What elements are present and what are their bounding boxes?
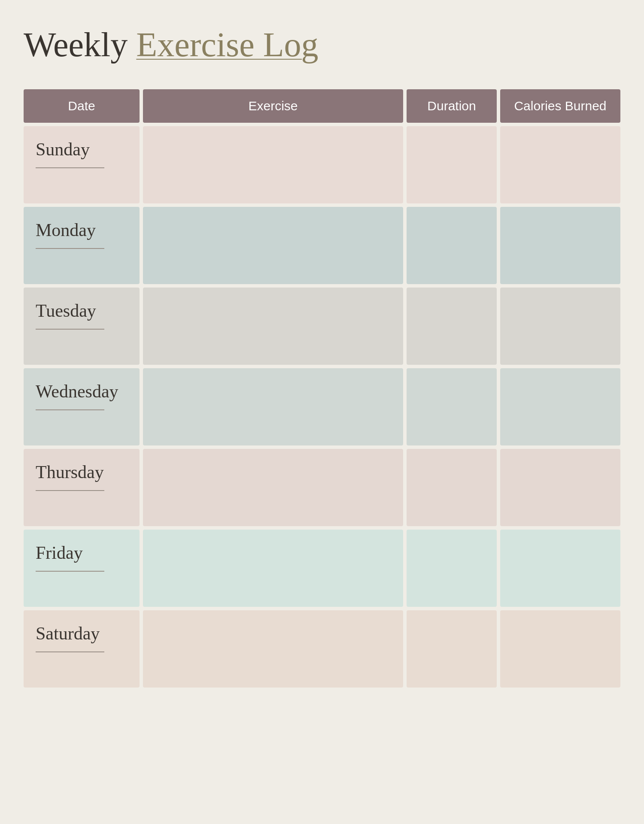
exercise-cell-sunday[interactable] (143, 126, 403, 203)
day-label-saturday: Saturday (36, 623, 128, 644)
exercise-cell-saturday[interactable] (143, 610, 403, 688)
duration-cell-wednesday[interactable] (407, 368, 497, 445)
day-underline-sunday (36, 167, 104, 168)
title-prefix: Weekly (24, 26, 136, 64)
header-date: Date (24, 89, 140, 123)
table-row: Monday (24, 207, 620, 284)
calories-cell-tuesday[interactable] (500, 288, 620, 365)
table-row: Sunday (24, 126, 620, 203)
day-cell-wednesday: Wednesday (24, 368, 140, 445)
calories-cell-thursday[interactable] (500, 449, 620, 526)
table-header: Date Exercise Duration Calories Burned (24, 89, 620, 123)
duration-cell-tuesday[interactable] (407, 288, 497, 365)
day-label-thursday: Thursday (36, 462, 128, 482)
day-label-tuesday: Tuesday (36, 300, 128, 321)
day-underline-thursday (36, 490, 104, 491)
calories-cell-monday[interactable] (500, 207, 620, 284)
day-label-wednesday: Wednesday (36, 381, 128, 402)
day-cell-monday: Monday (24, 207, 140, 284)
duration-cell-friday[interactable] (407, 530, 497, 607)
table-row: Saturday (24, 610, 620, 688)
table-row: Wednesday (24, 368, 620, 445)
header-duration: Duration (407, 89, 497, 123)
exercise-cell-wednesday[interactable] (143, 368, 403, 445)
table-row: Thursday (24, 449, 620, 526)
calories-cell-friday[interactable] (500, 530, 620, 607)
exercise-cell-friday[interactable] (143, 530, 403, 607)
exercise-cell-monday[interactable] (143, 207, 403, 284)
calories-cell-saturday[interactable] (500, 610, 620, 688)
day-cell-sunday: Sunday (24, 126, 140, 203)
exercise-table: Date Exercise Duration Calories Burned S… (24, 89, 620, 688)
day-cell-saturday: Saturday (24, 610, 140, 688)
page-title: Weekly Exercise Log (24, 26, 620, 64)
duration-cell-sunday[interactable] (407, 126, 497, 203)
day-label-sunday: Sunday (36, 139, 128, 160)
day-underline-wednesday (36, 409, 104, 410)
day-label-friday: Friday (36, 542, 128, 563)
table-body: Sunday Monday Tuesday (24, 126, 620, 688)
table-row: Tuesday (24, 288, 620, 365)
day-label-monday: Monday (36, 220, 128, 240)
header-exercise: Exercise (143, 89, 403, 123)
table-row: Friday (24, 530, 620, 607)
duration-cell-thursday[interactable] (407, 449, 497, 526)
day-underline-friday (36, 571, 104, 572)
title-highlight: Exercise Log (136, 26, 318, 64)
day-cell-friday: Friday (24, 530, 140, 607)
calories-cell-sunday[interactable] (500, 126, 620, 203)
exercise-cell-tuesday[interactable] (143, 288, 403, 365)
day-underline-tuesday (36, 329, 104, 330)
calories-cell-wednesday[interactable] (500, 368, 620, 445)
header-calories: Calories Burned (500, 89, 620, 123)
exercise-cell-thursday[interactable] (143, 449, 403, 526)
day-underline-monday (36, 248, 104, 249)
day-underline-saturday (36, 651, 104, 652)
duration-cell-monday[interactable] (407, 207, 497, 284)
duration-cell-saturday[interactable] (407, 610, 497, 688)
day-cell-tuesday: Tuesday (24, 288, 140, 365)
day-cell-thursday: Thursday (24, 449, 140, 526)
